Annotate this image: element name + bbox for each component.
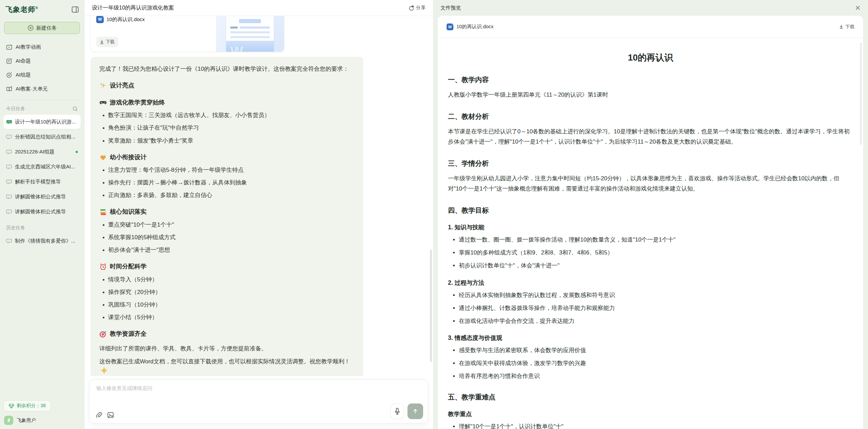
share-label: 分享 [416,5,425,11]
doc-heading: 三、学情分析 [448,159,853,168]
task-item[interactable]: 制作《猜猜我有多爱你》... [3,234,81,248]
doc-heading: 四、教学目标 [448,206,853,215]
bullet: 情境导入（5分钟） [101,275,354,284]
sidebar: 飞象老师® 新建任务 AI教学动画 AI命题 [0,0,84,429]
send-button[interactable] [407,403,423,419]
preview-download-button[interactable]: 下载 [839,24,854,30]
chat-bubble-icon [6,149,12,155]
task-label: 解析手拉手模型推导 [15,179,78,185]
message-section-transition: 幼小衔接设计 注意力管理：每个活动5-8分钟，符合一年级学生特点 操作先行：摆圆… [99,152,354,200]
chat-bubble-icon [6,209,12,215]
search-icon[interactable] [72,106,78,112]
sidebar-item-ai-exam[interactable]: AI命题 [3,54,81,68]
history-tasks-label: 历史任务 [6,225,25,231]
doc-subheading: 2. 过程与方法 [448,279,853,287]
document-pen-icon [6,58,12,64]
bullet: 初步体会"满十进一"思想 [101,245,354,255]
doc-thumbnail: W [216,16,284,52]
chat-input-box[interactable] [89,379,428,424]
sidebar-item-label: AI组题 [16,72,31,78]
points-badge[interactable]: 剩余积分：38 [3,400,51,412]
chat-bubble-active-icon [6,119,12,125]
insert-image-icon[interactable] [107,412,114,418]
doc-bullet: 经历从具体实物到抽象数字的认数过程，发展数感和符号意识 [451,291,853,300]
message-section-highlights: 设计亮点 [99,81,354,91]
close-icon[interactable] [855,5,861,11]
download-label: 下载 [106,39,115,45]
user-name: 飞象用户 [17,417,36,424]
task-item[interactable]: 讲解圆锥体积公式推导 [3,204,81,219]
handshake-icon [99,153,107,161]
target-icon [99,330,107,338]
gem-icon [9,403,14,409]
share-icon [408,5,414,11]
sidebar-item-label: AI教学动画 [16,44,41,50]
task-item[interactable]: 解析手拉手模型推导 [3,175,81,189]
generated-file-card[interactable]: W 10的再认识.docx 下载 W [90,16,284,52]
message-section-resources: 教学资源齐全 [99,329,354,339]
document-content[interactable]: 10的再认识 一、教学内容 人教版小学数学一年级上册第四单元《11～20的认识》… [438,38,863,429]
chat-message-list[interactable]: W 10的再认识.docx 下载 W [84,16,433,376]
today-tasks-label: 今日任务 [6,106,25,112]
attach-file-icon[interactable] [96,412,102,418]
document-scrollbar[interactable] [860,43,862,145]
bullet: 课堂小结（5分钟） [101,313,354,322]
new-task-label: 新建任务 [36,25,57,31]
assistant-message: 完成了！我已经为您精心设计了一份《10的再认识》课时教学设计。这份教案完全符合您… [90,57,363,376]
bullet: 注意力管理：每个活动5-8分钟，符合一年级学生特点 [101,165,354,175]
microphone-icon [395,408,400,415]
user-account[interactable]: 飞象用户 [3,416,81,425]
preview-title: 文件预览 [440,5,461,11]
sidebar-item-ai-quiz[interactable]: AI组题 [3,68,81,82]
task-label: 20251226-AI组题 [15,149,72,155]
compose-refresh-icon [6,72,12,78]
new-task-button[interactable]: 新建任务 [4,22,80,34]
word-file-icon: W [447,23,453,30]
doc-bullet: 在游戏闯关中获得成功体验，激发学习数学的兴趣 [451,359,853,368]
sidebar-item-ai-lesson-unit[interactable]: AI教案·大单元 [3,82,81,96]
task-item[interactable]: 设计一年级10的再认识游... [3,115,81,129]
task-label: 分析错因总结知识点组相... [15,134,78,140]
task-item[interactable]: 分析错因总结知识点组相... [3,130,81,144]
task-item[interactable]: 讲解圆锥体积公式推导 [3,189,81,204]
doc-paragraph: 一年级学生刚从幼儿园进入小学，注意力集中时间短（约15-20分钟），以具体形象思… [448,174,853,194]
download-button[interactable]: 下载 [96,37,118,47]
books-icon [99,208,107,216]
share-button[interactable]: 分享 [408,5,425,11]
download-icon [100,40,104,44]
section-title: 游戏化教学贯穿始终 [110,98,165,108]
task-label: 讲解圆锥体积公式推导 [15,209,78,215]
bullet: 操作探究（20分钟） [101,287,354,297]
message-section-core-knowledge: 核心知识落实 重点突破"10个一是1个十" 系统掌握10的5种组成方式 初步体会… [99,207,354,255]
doc-paragraph: 人教版小学数学一年级上册第四单元《11～20的认识》第1课时 [448,90,853,100]
doc-subheading: 教学重点 [448,410,853,418]
leaf-logo-icon [6,418,11,423]
chat-scrollbar[interactable] [430,250,432,362]
task-label: 生成北京西城区六年级AI... [15,164,78,170]
task-item[interactable]: 20251226-AI组题 [3,145,81,159]
divider [5,100,79,100]
doc-bullet: 培养有序思考的习惯和合作意识 [451,372,853,381]
task-item[interactable]: 生成北京西城区六年级AI... [3,160,81,174]
bullet: 操作先行：摆圆片→捆小棒→拨计数器，从具体到抽象 [101,178,354,187]
task-label: 讲解圆锥体积公式推导 [15,194,78,200]
bullet: 奖章激励：颁发"数学小勇士"奖章 [101,136,354,146]
bullet: 数字王国闯关：三关游戏（远古牧羊人、找朋友、小小售货员） [101,111,354,120]
alarm-clock-icon [99,263,107,270]
doc-subheading: 1. 知识与技能 [448,223,853,231]
message-outro: 这份教案已生成Word文档，您可以直接下载使用，也可以根据实际情况灵活调整。祝您… [99,357,354,376]
bullet: 重点突破"10个一是1个十" [101,220,354,230]
sidebar-collapse-icon[interactable] [72,6,79,13]
doc-bullet: 在游戏化活动中学会合作交流，提升表达能力 [451,316,853,326]
bullet: 巩固练习（10分钟） [101,300,354,310]
download-label: 下载 [845,24,854,30]
sidebar-item-ai-animation[interactable]: AI教学动画 [3,40,81,54]
doc-bullet: 理解"10个一是1个十"，认识计数单位"十" [451,422,853,429]
message-section-gamified: 游戏化教学贯穿始终 数字王国闯关：三关游戏（远古牧羊人、找朋友、小小售货员） 角… [99,98,354,146]
voice-input-button[interactable] [390,403,404,419]
sidebar-item-label: AI教案·大单元 [16,86,48,92]
word-file-icon: W [96,16,104,23]
chat-input[interactable] [96,385,421,405]
plus-circle-icon [28,25,34,31]
preview-file-name: 10的再认识.docx [456,23,494,30]
